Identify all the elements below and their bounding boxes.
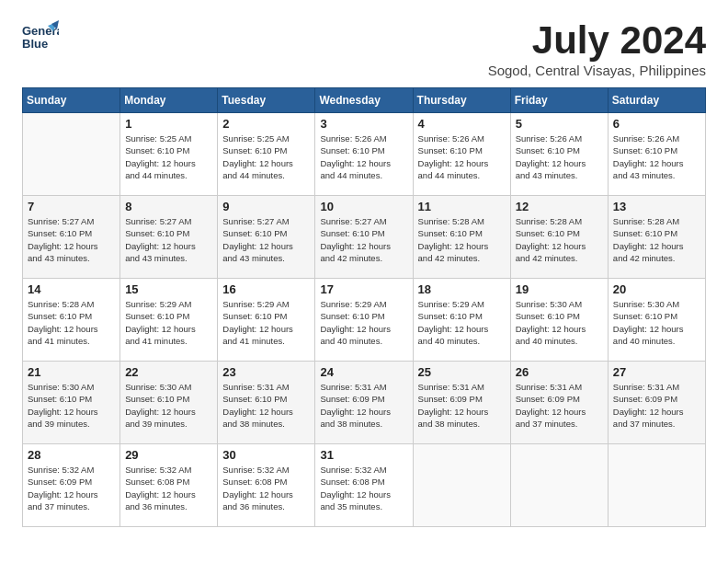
calendar-week-row: 7Sunrise: 5:27 AM Sunset: 6:10 PM Daylig… [23,196,706,279]
calendar-day-cell: 7Sunrise: 5:27 AM Sunset: 6:10 PM Daylig… [23,196,120,279]
day-number: 28 [28,448,115,462]
month-title: July 2024 [488,18,706,63]
day-number: 12 [516,200,603,213]
day-number: 16 [222,282,310,296]
day-info: Sunrise: 5:31 AM Sunset: 6:10 PM Dayligh… [222,381,310,430]
calendar-table: SundayMondayTuesdayWednesdayThursdayFrid… [22,87,706,527]
page-header: General Blue July 2024 Sogod, Central Vi… [22,18,706,78]
calendar-day-cell: 5Sunrise: 5:26 AM Sunset: 6:10 PM Daylig… [510,113,608,196]
day-info: Sunrise: 5:31 AM Sunset: 6:09 PM Dayligh… [516,381,603,430]
calendar-day-cell: 27Sunrise: 5:31 AM Sunset: 6:09 PM Dayli… [608,362,705,444]
calendar-week-row: 21Sunrise: 5:30 AM Sunset: 6:10 PM Dayli… [23,362,706,444]
day-info: Sunrise: 5:32 AM Sunset: 6:09 PM Dayligh… [28,464,115,512]
day-info: Sunrise: 5:28 AM Sunset: 6:10 PM Dayligh… [28,298,115,347]
day-number: 19 [516,282,603,296]
day-info: Sunrise: 5:29 AM Sunset: 6:10 PM Dayligh… [418,298,506,347]
day-number: 5 [516,117,603,131]
day-number: 31 [320,448,407,462]
calendar-day-cell [608,444,705,527]
calendar-day-cell: 12Sunrise: 5:28 AM Sunset: 6:10 PM Dayli… [510,196,608,279]
day-number: 3 [320,117,407,131]
calendar-week-row: 28Sunrise: 5:32 AM Sunset: 6:09 PM Dayli… [23,444,706,527]
calendar-day-cell: 30Sunrise: 5:32 AM Sunset: 6:08 PM Dayli… [218,444,315,527]
calendar-day-cell: 26Sunrise: 5:31 AM Sunset: 6:09 PM Dayli… [510,362,608,444]
logo: General Blue [22,18,59,55]
calendar-day-cell: 15Sunrise: 5:29 AM Sunset: 6:10 PM Dayli… [120,279,218,362]
day-number: 29 [125,448,212,462]
calendar-day-cell: 3Sunrise: 5:26 AM Sunset: 6:10 PM Daylig… [315,113,413,196]
day-number: 7 [28,200,115,213]
calendar-day-cell: 17Sunrise: 5:29 AM Sunset: 6:10 PM Dayli… [315,279,413,362]
day-info: Sunrise: 5:26 AM Sunset: 6:10 PM Dayligh… [418,132,506,181]
calendar-week-row: 1Sunrise: 5:25 AM Sunset: 6:10 PM Daylig… [23,113,706,196]
day-number: 17 [320,282,407,296]
calendar-day-cell: 28Sunrise: 5:32 AM Sunset: 6:09 PM Dayli… [23,444,120,527]
day-number: 20 [613,282,700,296]
day-info: Sunrise: 5:28 AM Sunset: 6:10 PM Dayligh… [418,215,506,264]
day-number: 22 [125,365,212,379]
day-info: Sunrise: 5:29 AM Sunset: 6:10 PM Dayligh… [125,298,212,347]
day-info: Sunrise: 5:32 AM Sunset: 6:08 PM Dayligh… [222,464,310,512]
day-info: Sunrise: 5:26 AM Sunset: 6:10 PM Dayligh… [516,132,603,181]
calendar-day-cell: 20Sunrise: 5:30 AM Sunset: 6:10 PM Dayli… [608,279,705,362]
calendar-day-cell: 11Sunrise: 5:28 AM Sunset: 6:10 PM Dayli… [413,196,510,279]
day-info: Sunrise: 5:30 AM Sunset: 6:10 PM Dayligh… [28,381,115,430]
calendar-day-cell: 10Sunrise: 5:27 AM Sunset: 6:10 PM Dayli… [315,196,413,279]
calendar-day-header: Thursday [413,88,510,113]
calendar-day-cell: 23Sunrise: 5:31 AM Sunset: 6:10 PM Dayli… [218,362,315,444]
day-info: Sunrise: 5:30 AM Sunset: 6:10 PM Dayligh… [125,381,212,430]
day-number: 2 [222,117,310,131]
day-info: Sunrise: 5:30 AM Sunset: 6:10 PM Dayligh… [613,298,700,347]
calendar-day-cell: 21Sunrise: 5:30 AM Sunset: 6:10 PM Dayli… [23,362,120,444]
calendar-day-cell: 31Sunrise: 5:32 AM Sunset: 6:08 PM Dayli… [315,444,413,527]
day-info: Sunrise: 5:25 AM Sunset: 6:10 PM Dayligh… [222,132,310,181]
day-info: Sunrise: 5:25 AM Sunset: 6:10 PM Dayligh… [125,132,212,181]
calendar-day-cell [23,113,120,196]
day-number: 15 [125,282,212,296]
day-info: Sunrise: 5:32 AM Sunset: 6:08 PM Dayligh… [320,464,407,512]
day-number: 23 [222,365,310,379]
calendar-day-cell: 19Sunrise: 5:30 AM Sunset: 6:10 PM Dayli… [510,279,608,362]
calendar-day-cell: 13Sunrise: 5:28 AM Sunset: 6:10 PM Dayli… [608,196,705,279]
day-info: Sunrise: 5:31 AM Sunset: 6:09 PM Dayligh… [320,381,407,430]
day-info: Sunrise: 5:27 AM Sunset: 6:10 PM Dayligh… [320,215,407,264]
calendar-day-cell: 8Sunrise: 5:27 AM Sunset: 6:10 PM Daylig… [120,196,218,279]
day-number: 1 [125,117,212,131]
day-info: Sunrise: 5:27 AM Sunset: 6:10 PM Dayligh… [222,215,310,264]
calendar-body: 1Sunrise: 5:25 AM Sunset: 6:10 PM Daylig… [23,113,706,527]
calendar-week-row: 14Sunrise: 5:28 AM Sunset: 6:10 PM Dayli… [23,279,706,362]
calendar-day-cell: 2Sunrise: 5:25 AM Sunset: 6:10 PM Daylig… [218,113,315,196]
day-number: 21 [28,365,115,379]
day-info: Sunrise: 5:27 AM Sunset: 6:10 PM Dayligh… [28,215,115,264]
calendar-day-cell: 6Sunrise: 5:26 AM Sunset: 6:10 PM Daylig… [608,113,705,196]
calendar-day-header: Saturday [608,88,705,113]
day-info: Sunrise: 5:26 AM Sunset: 6:10 PM Dayligh… [613,132,700,181]
day-number: 18 [418,282,506,296]
day-number: 25 [418,365,506,379]
calendar-day-cell: 9Sunrise: 5:27 AM Sunset: 6:10 PM Daylig… [218,196,315,279]
calendar-header-row: SundayMondayTuesdayWednesdayThursdayFrid… [23,88,706,113]
calendar-day-header: Sunday [23,88,120,113]
calendar-day-cell: 22Sunrise: 5:30 AM Sunset: 6:10 PM Dayli… [120,362,218,444]
calendar-day-cell: 16Sunrise: 5:29 AM Sunset: 6:10 PM Dayli… [218,279,315,362]
day-info: Sunrise: 5:27 AM Sunset: 6:10 PM Dayligh… [125,215,212,264]
day-number: 26 [516,365,603,379]
calendar-day-cell: 1Sunrise: 5:25 AM Sunset: 6:10 PM Daylig… [120,113,218,196]
day-number: 27 [613,365,700,379]
day-info: Sunrise: 5:29 AM Sunset: 6:10 PM Dayligh… [320,298,407,347]
calendar-day-header: Friday [510,88,608,113]
day-number: 30 [222,448,310,462]
day-number: 24 [320,365,407,379]
calendar-day-cell: 29Sunrise: 5:32 AM Sunset: 6:08 PM Dayli… [120,444,218,527]
calendar-day-cell [413,444,510,527]
calendar-day-cell: 18Sunrise: 5:29 AM Sunset: 6:10 PM Dayli… [413,279,510,362]
day-info: Sunrise: 5:31 AM Sunset: 6:09 PM Dayligh… [613,381,700,430]
calendar-day-header: Monday [120,88,218,113]
day-number: 4 [418,117,506,131]
day-info: Sunrise: 5:28 AM Sunset: 6:10 PM Dayligh… [516,215,603,264]
day-number: 8 [125,200,212,213]
calendar-day-cell: 4Sunrise: 5:26 AM Sunset: 6:10 PM Daylig… [413,113,510,196]
day-info: Sunrise: 5:31 AM Sunset: 6:09 PM Dayligh… [418,381,506,430]
day-number: 10 [320,200,407,213]
calendar-day-cell [510,444,608,527]
